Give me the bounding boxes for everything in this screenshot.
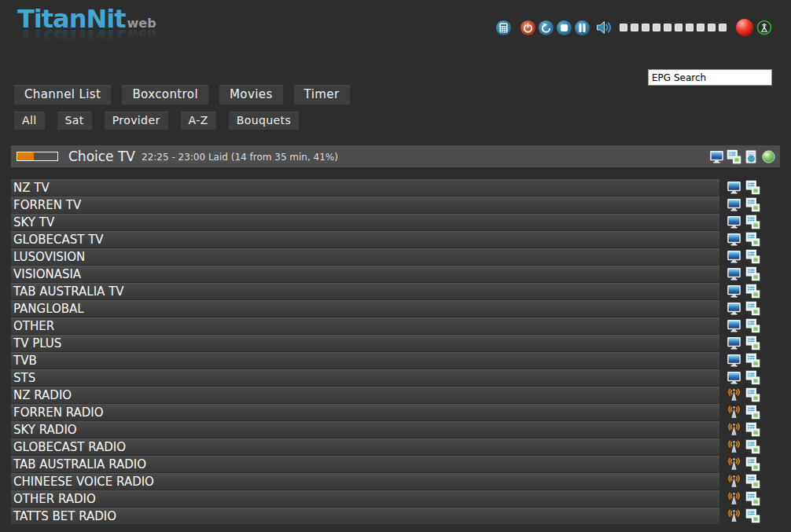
tv-channel-icon[interactable] xyxy=(727,197,741,212)
radio-channel-icon[interactable] xyxy=(727,439,741,454)
channel-row-icons xyxy=(727,387,760,402)
channel-name[interactable]: TATTS BET RADIO xyxy=(11,508,719,524)
volume-segment[interactable] xyxy=(708,24,716,31)
channel-name[interactable]: NZ RADIO xyxy=(11,387,719,403)
restart-icon[interactable] xyxy=(539,20,554,35)
epg-icon[interactable] xyxy=(745,387,760,402)
epg-icon[interactable] xyxy=(727,149,741,164)
radio-channel-icon[interactable] xyxy=(727,405,741,420)
volume-segment[interactable] xyxy=(631,24,638,31)
epg-icon[interactable] xyxy=(745,284,760,299)
filter-all[interactable]: All xyxy=(14,112,45,130)
channel-row-icons xyxy=(727,370,760,385)
stop-icon[interactable] xyxy=(557,20,572,35)
radio-channel-icon[interactable] xyxy=(727,491,741,506)
channel-name[interactable]: SKY RADIO xyxy=(11,421,719,438)
now-playing-actions xyxy=(709,149,776,164)
channel-name[interactable]: CHINEESE VOICE RADIO xyxy=(11,473,719,490)
volume-segment[interactable] xyxy=(653,24,660,31)
volume-level-bar[interactable] xyxy=(616,24,727,31)
channel-name[interactable]: OTHER xyxy=(11,317,719,334)
epg-icon[interactable] xyxy=(745,336,760,350)
tv-channel-icon[interactable] xyxy=(727,336,741,350)
tv-channel-icon[interactable] xyxy=(727,370,741,385)
logo-reflection: TitanNitweb xyxy=(17,26,156,51)
tv-channel-icon[interactable] xyxy=(727,232,741,247)
webtv-icon[interactable] xyxy=(744,149,759,164)
volume-segment[interactable] xyxy=(642,24,649,31)
epg-icon[interactable] xyxy=(745,215,760,229)
signal-indicator-icon[interactable] xyxy=(756,20,772,35)
radio-channel-icon[interactable] xyxy=(727,508,741,523)
epg-icon[interactable] xyxy=(745,491,760,506)
filter-provider[interactable]: Provider xyxy=(105,112,168,130)
remote-icon[interactable] xyxy=(496,20,511,35)
channel-name[interactable]: VISIONASIA xyxy=(11,266,719,282)
epg-icon[interactable] xyxy=(745,405,760,420)
tv-channel-icon[interactable] xyxy=(727,266,741,281)
pause-icon[interactable] xyxy=(575,20,590,35)
epg-icon[interactable] xyxy=(745,266,760,281)
tv-channel-icon[interactable] xyxy=(727,301,741,316)
channel-row-icons xyxy=(727,336,760,350)
channel-name[interactable]: TAB AUSTRALIA TV xyxy=(11,283,719,299)
epg-icon[interactable] xyxy=(745,180,760,195)
channel-name[interactable]: TV PLUS xyxy=(11,335,719,351)
channel-name[interactable]: GLOBECAST RADIO xyxy=(11,438,719,455)
channel-name[interactable]: NZ TV xyxy=(11,179,719,196)
tv-channel-icon[interactable] xyxy=(727,180,741,195)
epg-icon[interactable] xyxy=(745,474,760,489)
epg-icon[interactable] xyxy=(745,197,760,212)
epg-icon[interactable] xyxy=(745,508,760,523)
tv-channel-icon[interactable] xyxy=(709,149,724,164)
now-playing-bar: Choice TV 22:25 - 23:00 Laid (14 from 35… xyxy=(11,145,780,167)
volume-segment[interactable] xyxy=(664,24,671,31)
channel-name[interactable]: PANGLOBAL xyxy=(11,300,719,317)
filter-bouquets[interactable]: Bouquets xyxy=(229,112,299,130)
volume-segment[interactable] xyxy=(719,24,727,31)
filter-sat[interactable]: Sat xyxy=(57,112,92,130)
power-icon[interactable] xyxy=(521,20,535,35)
volume-segment[interactable] xyxy=(697,24,705,31)
channel-name[interactable]: FORREN RADIO xyxy=(11,404,719,420)
volume-icon[interactable] xyxy=(596,19,613,36)
volume-segment[interactable] xyxy=(675,24,682,31)
epg-icon[interactable] xyxy=(745,301,760,316)
radio-channel-icon[interactable] xyxy=(727,422,741,437)
channel-name[interactable]: TVB xyxy=(11,352,719,369)
tv-channel-icon[interactable] xyxy=(727,353,741,368)
epg-icon[interactable] xyxy=(745,457,760,471)
channel-name[interactable]: SKY TV xyxy=(11,214,719,230)
channel-row: TAB AUSTRALIA RADIO xyxy=(11,456,760,472)
tv-channel-icon[interactable] xyxy=(727,249,741,264)
radio-channel-icon[interactable] xyxy=(727,457,741,471)
channel-name[interactable]: FORREN TV xyxy=(11,196,719,213)
tab-timer[interactable]: Timer xyxy=(294,85,350,105)
tv-channel-icon[interactable] xyxy=(727,318,741,333)
globe-icon[interactable] xyxy=(761,149,776,164)
epg-icon[interactable] xyxy=(745,422,760,437)
channel-name[interactable]: OTHER RADIO xyxy=(11,490,719,507)
tab-boxcontrol[interactable]: Boxcontrol xyxy=(122,85,208,105)
radio-channel-icon[interactable] xyxy=(727,474,741,489)
channel-name[interactable]: STS xyxy=(11,369,719,386)
epg-icon[interactable] xyxy=(745,353,760,368)
volume-segment[interactable] xyxy=(620,24,627,31)
volume-segment[interactable] xyxy=(686,24,694,31)
epg-search-input[interactable] xyxy=(648,69,772,86)
tab-channel-list[interactable]: Channel List xyxy=(14,85,111,105)
tv-channel-icon[interactable] xyxy=(727,215,741,229)
epg-icon[interactable] xyxy=(745,439,760,454)
channel-row-icons xyxy=(727,180,760,195)
tv-channel-icon[interactable] xyxy=(727,284,741,299)
channel-name[interactable]: LUSOVISION xyxy=(11,248,719,265)
channel-name[interactable]: GLOBECAST TV xyxy=(11,231,719,248)
channel-name[interactable]: TAB AUSTRALIA RADIO xyxy=(11,456,719,472)
radio-channel-icon[interactable] xyxy=(727,387,741,402)
tab-movies[interactable]: Movies xyxy=(219,85,283,105)
epg-icon[interactable] xyxy=(745,370,760,385)
filter-a-z[interactable]: A-Z xyxy=(181,112,216,130)
epg-icon[interactable] xyxy=(745,318,760,333)
epg-icon[interactable] xyxy=(745,249,760,264)
epg-icon[interactable] xyxy=(745,232,760,247)
